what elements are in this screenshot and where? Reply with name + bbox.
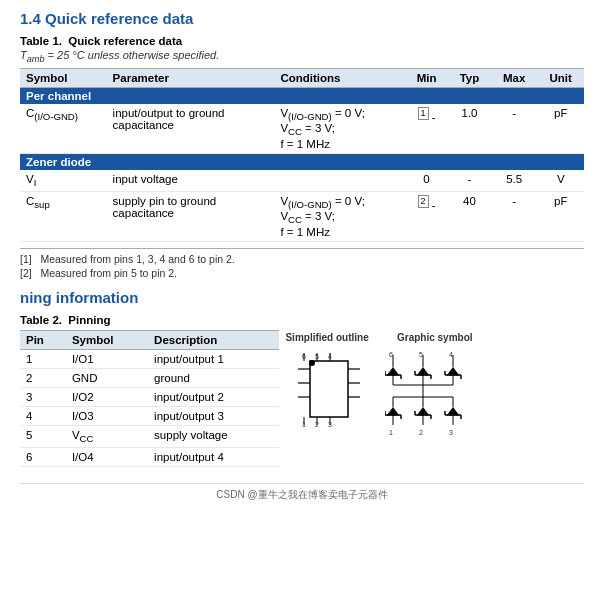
symbol-svg: 6 5 <box>385 347 485 447</box>
section-zener-diode: Zener diode <box>20 153 584 170</box>
cell-min: 2 - <box>405 192 448 242</box>
cell-pin: 2 <box>20 368 66 387</box>
watermark: CSDN @重牛之我在博客卖电子元器件 <box>20 483 584 502</box>
table-row: Csup supply pin to groundcapacitance V(I… <box>20 192 584 242</box>
cell-pin: 5 <box>20 425 66 447</box>
section-title-2: ning information <box>20 289 584 306</box>
cell-symbol: VI <box>20 170 107 192</box>
cell-description: input/output 3 <box>148 406 279 425</box>
cell-conditions <box>274 170 405 192</box>
cell-pin: 6 <box>20 447 66 466</box>
col-parameter: Parameter <box>107 69 275 88</box>
bottom-section: Pin Symbol Description 1 I/O1 input/outp… <box>20 330 584 473</box>
outline-svg: 6 5 4 1 2 3 <box>290 347 365 437</box>
svg-marker-46 <box>387 407 399 415</box>
cell-conditions: V(I/O-GND) = 0 V;VCC = 3 V;f = 1 MHz <box>274 104 405 153</box>
svg-point-1 <box>309 360 315 366</box>
cell-symbol: I/O3 <box>66 406 148 425</box>
cell-parameter: input/output to groundcapacitance <box>107 104 275 153</box>
diagrams-area: Simplified outline <box>279 330 584 473</box>
table2-caption: Table 2. Pinning <box>20 314 584 326</box>
table-row: C(I/O-GND) input/output to groundcapacit… <box>20 104 584 153</box>
table1-condition: Tamb = 25 °C unless otherwise specified. <box>20 49 584 64</box>
cell-symbol: I/O2 <box>66 387 148 406</box>
svg-text:1: 1 <box>389 429 393 436</box>
svg-rect-0 <box>310 361 348 417</box>
simplified-outline: Simplified outline <box>285 332 368 473</box>
col-typ: Typ <box>448 69 491 88</box>
graphic-symbol: Graphic symbol 6 <box>385 332 485 473</box>
svg-text:5: 5 <box>419 351 423 358</box>
cell-symbol: GND <box>66 368 148 387</box>
col-max: Max <box>491 69 538 88</box>
cell-description: ground <box>148 368 279 387</box>
symbol-label: Graphic symbol <box>397 332 473 343</box>
col-min: Min <box>405 69 448 88</box>
cell-parameter: input voltage <box>107 170 275 192</box>
outline-label: Simplified outline <box>285 332 368 343</box>
cell-description: input/output 2 <box>148 387 279 406</box>
cell-typ: 40 <box>448 192 491 242</box>
cell-description: input/output 4 <box>148 447 279 466</box>
cell-typ: - <box>448 170 491 192</box>
cell-parameter: supply pin to groundcapacitance <box>107 192 275 242</box>
svg-marker-62 <box>447 407 459 415</box>
svg-marker-30 <box>417 367 429 375</box>
cell-pin: 4 <box>20 406 66 425</box>
cell-unit: pF <box>537 104 584 153</box>
section-per-channel: Per channel <box>20 88 584 105</box>
table-row: 1 I/O1 input/output 1 <box>20 349 279 368</box>
cell-conditions: V(I/O-GND) = 0 V;VCC = 3 V;f = 1 MHz <box>274 192 405 242</box>
cell-pin: 1 <box>20 349 66 368</box>
section-title-1-4: 1.4 Quick reference data <box>20 10 584 27</box>
cell-symbol: VCC <box>66 425 148 447</box>
table-row: 2 GND ground <box>20 368 279 387</box>
footnotes: [1] Measured from pins 1, 3, 4 and 6 to … <box>20 248 584 279</box>
cell-typ: 1.0 <box>448 104 491 153</box>
svg-marker-22 <box>387 367 399 375</box>
cell-max: - <box>491 104 538 153</box>
cell-symbol: I/O4 <box>66 447 148 466</box>
footnote-2: [2] Measured from pin 5 to pin 2. <box>20 267 584 279</box>
table1: Symbol Parameter Conditions Min Typ Max … <box>20 68 584 241</box>
table-row: 6 I/O4 input/output 4 <box>20 447 279 466</box>
page: 1.4 Quick reference data Table 1. Quick … <box>0 0 604 512</box>
cell-unit: pF <box>537 192 584 242</box>
cell-description: input/output 1 <box>148 349 279 368</box>
col-conditions: Conditions <box>274 69 405 88</box>
cell-max: 5.5 <box>491 170 538 192</box>
table-row: 5 VCC supply voltage <box>20 425 279 447</box>
table-row: 3 I/O2 input/output 2 <box>20 387 279 406</box>
cell-symbol: C(I/O-GND) <box>20 104 107 153</box>
svg-marker-38 <box>447 367 459 375</box>
svg-marker-54 <box>417 407 429 415</box>
cell-symbol: I/O1 <box>66 349 148 368</box>
table2: Pin Symbol Description 1 I/O1 input/outp… <box>20 330 279 467</box>
svg-text:2: 2 <box>419 429 423 436</box>
pin-table-container: Pin Symbol Description 1 I/O1 input/outp… <box>20 330 279 473</box>
col-symbol: Symbol <box>20 69 107 88</box>
cell-min: 0 <box>405 170 448 192</box>
cell-unit: V <box>537 170 584 192</box>
table1-caption: Table 1. Quick reference data <box>20 35 584 47</box>
table-row: VI input voltage 0 - 5.5 V <box>20 170 584 192</box>
col-unit: Unit <box>537 69 584 88</box>
section-2: ning information Table 2. Pinning Pin Sy… <box>20 289 584 473</box>
footnote-1: [1] Measured from pins 1, 3, 4 and 6 to … <box>20 253 584 265</box>
cell-min: 1 - <box>405 104 448 153</box>
cell-description: supply voltage <box>148 425 279 447</box>
col-symbol: Symbol <box>66 330 148 349</box>
col-pin: Pin <box>20 330 66 349</box>
svg-text:6: 6 <box>389 351 393 358</box>
col-description: Description <box>148 330 279 349</box>
section-1-4: 1.4 Quick reference data Table 1. Quick … <box>20 10 584 279</box>
svg-text:4: 4 <box>449 351 453 358</box>
cell-pin: 3 <box>20 387 66 406</box>
table-row: 4 I/O3 input/output 3 <box>20 406 279 425</box>
svg-text:3: 3 <box>449 429 453 436</box>
cell-max: - <box>491 192 538 242</box>
cell-symbol: Csup <box>20 192 107 242</box>
